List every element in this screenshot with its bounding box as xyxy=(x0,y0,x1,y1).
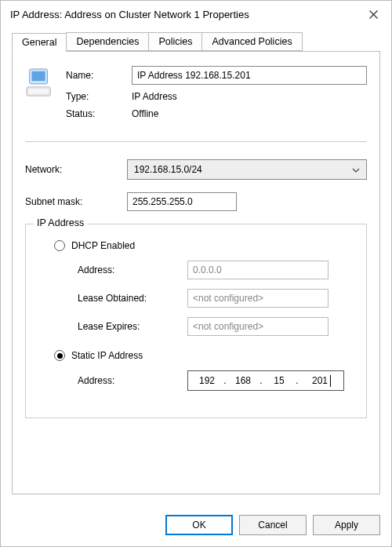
dhcp-radio[interactable] xyxy=(54,240,65,251)
ip-address-legend: IP Address xyxy=(34,217,87,228)
static-radio-row[interactable]: Static IP Address xyxy=(54,350,354,361)
ip-octet-1[interactable] xyxy=(193,374,221,387)
static-radio[interactable] xyxy=(54,350,65,361)
network-value: 192.168.15.0/24 xyxy=(134,164,202,175)
lease-obtained-label: Lease Obtained: xyxy=(78,293,187,304)
dhcp-label: DHCP Enabled xyxy=(71,240,135,251)
svg-rect-3 xyxy=(29,89,49,94)
chevron-down-icon xyxy=(352,166,360,174)
ip-address-groupbox: IP Address DHCP Enabled Address: 0.0.0.0… xyxy=(25,224,367,418)
text-cursor xyxy=(330,375,331,387)
properties-dialog: IP Address: Address on Cluster Network 1… xyxy=(0,0,392,547)
tab-dependencies[interactable]: Dependencies xyxy=(66,32,149,51)
ip-octet-2[interactable] xyxy=(229,374,257,387)
name-input[interactable] xyxy=(132,66,367,85)
tab-general[interactable]: General xyxy=(12,33,67,52)
ok-button[interactable]: OK xyxy=(165,515,233,535)
lease-expires-label: Lease Expires: xyxy=(78,321,187,332)
dialog-footer: OK Cancel Apply xyxy=(1,505,391,546)
cancel-button[interactable]: Cancel xyxy=(239,515,307,535)
type-value: IP Address xyxy=(132,91,177,102)
subnet-mask-input[interactable] xyxy=(127,192,237,211)
tab-policies[interactable]: Policies xyxy=(148,32,202,51)
separator xyxy=(25,141,367,142)
close-icon xyxy=(369,10,378,19)
dhcp-radio-row[interactable]: DHCP Enabled xyxy=(54,240,354,251)
svg-rect-1 xyxy=(32,71,45,81)
close-button[interactable] xyxy=(355,1,391,27)
status-value: Offline xyxy=(132,108,158,119)
window-title: IP Address: Address on Cluster Network 1… xyxy=(10,9,355,20)
tab-bar: General Dependencies Policies Advanced P… xyxy=(12,32,380,51)
name-label: Name: xyxy=(66,70,132,81)
subnet-mask-label: Subnet mask: xyxy=(25,196,127,207)
apply-button[interactable]: Apply xyxy=(313,515,380,535)
network-dropdown[interactable]: 192.168.15.0/24 xyxy=(127,159,367,180)
static-address-label: Address: xyxy=(78,375,187,386)
type-label: Type: xyxy=(66,91,132,102)
lease-obtained-value: <not configured> xyxy=(187,289,328,308)
network-label: Network: xyxy=(25,164,127,175)
status-label: Status: xyxy=(66,108,132,119)
static-label: Static IP Address xyxy=(71,350,143,361)
tab-advanced-policies[interactable]: Advanced Policies xyxy=(201,32,302,51)
computer-icon xyxy=(25,67,55,99)
tab-panel-general: Name: Type: IP Address Status: Offline N… xyxy=(12,51,380,494)
ip-octet-4[interactable] xyxy=(301,374,329,387)
titlebar: IP Address: Address on Cluster Network 1… xyxy=(1,1,391,27)
dhcp-address-label: Address: xyxy=(78,264,187,275)
dhcp-address-value: 0.0.0.0 xyxy=(187,261,328,279)
static-ip-input[interactable]: . . . xyxy=(187,370,344,391)
ip-octet-3[interactable] xyxy=(265,374,293,387)
lease-expires-value: <not configured> xyxy=(187,317,328,336)
